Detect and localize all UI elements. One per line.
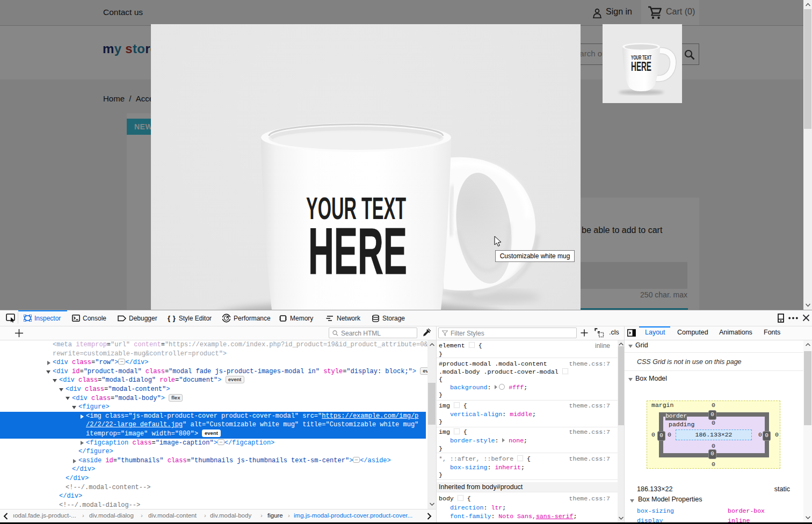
svg-text:HERE: HERE bbox=[308, 215, 407, 288]
svg-text:HERE: HERE bbox=[631, 59, 651, 74]
